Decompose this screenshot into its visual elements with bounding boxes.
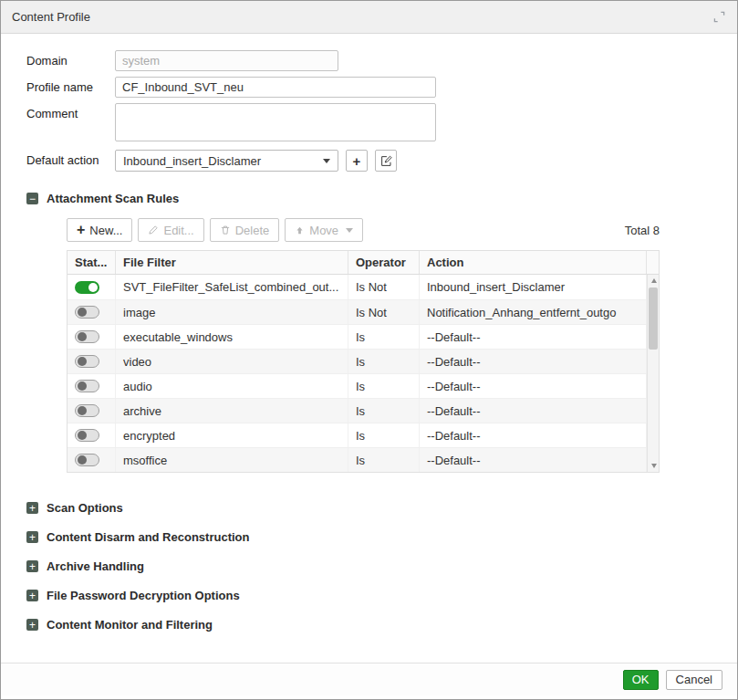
table-row[interactable]: executable_windowsIs--Default-- bbox=[68, 324, 647, 349]
status-toggle[interactable] bbox=[75, 429, 99, 442]
file-filter-cell: SVT_FileFilter_SafeList_combined_out... bbox=[116, 275, 348, 299]
column-header-status[interactable]: Stat... bbox=[68, 251, 116, 274]
section-label: Content Disarm and Reconstruction bbox=[47, 530, 249, 544]
new-button[interactable]: New... bbox=[67, 218, 132, 242]
section-attachment-scan-rules[interactable]: Attachment Scan Rules bbox=[26, 192, 712, 205]
move-button[interactable]: Move bbox=[285, 218, 363, 242]
column-header-file-filter[interactable]: File Filter bbox=[116, 251, 348, 274]
section-archive-handling[interactable]: Archive Handling bbox=[26, 559, 712, 573]
file-filter-cell: msoffice bbox=[116, 448, 348, 472]
collapse-icon[interactable] bbox=[26, 193, 38, 204]
ok-button[interactable]: OK bbox=[623, 670, 659, 690]
move-button-label: Move bbox=[309, 224, 338, 237]
expand-plus-icon[interactable] bbox=[26, 560, 38, 572]
status-cell bbox=[68, 423, 116, 447]
edit-button[interactable]: Edit... bbox=[138, 218, 203, 242]
operator-cell: Is Not bbox=[348, 275, 420, 299]
default-action-value: Inbound_insert_Disclamer bbox=[123, 154, 323, 168]
operator-cell: Is bbox=[348, 350, 420, 373]
rules-toolbar: New... Edit... Delete bbox=[67, 218, 660, 242]
operator-cell: Is bbox=[348, 399, 420, 423]
section-file-password-decryption[interactable]: File Password Decryption Options bbox=[26, 589, 712, 602]
status-toggle[interactable] bbox=[75, 355, 99, 368]
dialog-titlebar: Content Profile bbox=[1, 1, 737, 34]
section-content-disarm[interactable]: Content Disarm and Reconstruction bbox=[26, 530, 712, 544]
move-up-icon bbox=[295, 225, 305, 235]
operator-cell: Is bbox=[348, 325, 420, 349]
plus-icon bbox=[77, 223, 85, 237]
domain-label: Domain bbox=[26, 50, 115, 68]
status-toggle[interactable] bbox=[75, 330, 99, 343]
status-cell bbox=[68, 399, 116, 423]
table-scrollbar[interactable] bbox=[647, 275, 659, 472]
expand-plus-icon[interactable] bbox=[26, 531, 38, 543]
add-action-button[interactable]: + bbox=[346, 150, 368, 172]
table-row[interactable]: imageIs NotNotification_Anhang_entfernt_… bbox=[68, 299, 647, 324]
content-profile-dialog: Content Profile Domain Profile name Comm… bbox=[0, 0, 738, 700]
file-filter-cell: image bbox=[116, 300, 348, 324]
table-row[interactable]: encryptedIs--Default-- bbox=[68, 423, 647, 447]
total-count: Total 8 bbox=[625, 224, 660, 237]
status-cell bbox=[68, 374, 116, 398]
status-cell bbox=[68, 325, 116, 349]
table-row[interactable]: audioIs--Default-- bbox=[68, 373, 647, 398]
expand-icon[interactable] bbox=[712, 10, 726, 25]
file-filter-cell: audio bbox=[116, 374, 348, 398]
status-toggle[interactable] bbox=[75, 404, 99, 417]
status-cell bbox=[68, 448, 116, 472]
collapsed-sections: Scan Options Content Disarm and Reconstr… bbox=[26, 501, 712, 632]
section-content-monitor[interactable]: Content Monitor and Filtering bbox=[26, 618, 712, 632]
status-toggle[interactable] bbox=[75, 380, 99, 392]
chevron-down-icon bbox=[346, 228, 353, 233]
rules-table-header: Stat... File Filter Operator Action bbox=[68, 251, 659, 275]
scrollbar-thumb[interactable] bbox=[649, 287, 658, 350]
action-cell: --Default-- bbox=[420, 399, 647, 423]
table-row[interactable]: archiveIs--Default-- bbox=[68, 398, 647, 423]
table-row[interactable]: videoIs--Default-- bbox=[68, 349, 647, 373]
default-action-label: Default action bbox=[26, 150, 115, 167]
operator-cell: Is bbox=[348, 448, 420, 472]
section-scan-options[interactable]: Scan Options bbox=[26, 501, 712, 515]
action-cell: --Default-- bbox=[420, 374, 647, 398]
status-toggle[interactable] bbox=[75, 306, 99, 319]
edit-button-label: Edit... bbox=[163, 224, 193, 237]
status-toggle[interactable] bbox=[75, 454, 99, 466]
profile-form: Domain Profile name Comment Default acti… bbox=[26, 50, 712, 172]
chevron-down-icon bbox=[323, 159, 330, 163]
cancel-button[interactable]: Cancel bbox=[666, 670, 722, 690]
default-action-select[interactable]: Inbound_insert_Disclamer bbox=[115, 150, 338, 172]
table-row[interactable]: msofficeIs--Default-- bbox=[68, 447, 647, 472]
action-cell: --Default-- bbox=[420, 325, 647, 349]
action-cell: Inbound_insert_Disclamer bbox=[420, 275, 647, 299]
new-button-label: New... bbox=[89, 224, 122, 237]
scroll-up-icon[interactable] bbox=[648, 275, 660, 287]
action-cell: --Default-- bbox=[420, 423, 647, 447]
file-filter-cell: encrypted bbox=[116, 423, 348, 447]
expand-plus-icon[interactable] bbox=[26, 502, 38, 514]
edit-icon bbox=[380, 155, 392, 167]
default-action-row: Inbound_insert_Disclamer + bbox=[115, 150, 712, 172]
domain-input[interactable] bbox=[115, 50, 338, 71]
trash-icon bbox=[220, 225, 231, 235]
attachment-rules-panel: New... Edit... Delete bbox=[67, 218, 660, 473]
action-cell: --Default-- bbox=[420, 350, 647, 373]
comment-input[interactable] bbox=[115, 103, 436, 141]
file-filter-cell: video bbox=[116, 350, 348, 373]
expand-plus-icon[interactable] bbox=[26, 590, 38, 601]
delete-button[interactable]: Delete bbox=[210, 218, 280, 242]
action-cell: --Default-- bbox=[420, 448, 647, 472]
status-toggle[interactable] bbox=[75, 281, 99, 294]
expand-plus-icon[interactable] bbox=[26, 619, 38, 631]
edit-action-button[interactable] bbox=[375, 150, 397, 172]
dialog-title: Content Profile bbox=[12, 10, 90, 24]
scroll-down-icon[interactable] bbox=[648, 460, 660, 472]
file-filter-cell: executable_windows bbox=[116, 325, 348, 349]
column-header-operator[interactable]: Operator bbox=[348, 251, 420, 274]
profile-name-input[interactable] bbox=[115, 77, 436, 98]
section-label: File Password Decryption Options bbox=[47, 589, 240, 602]
operator-cell: Is Not bbox=[348, 300, 420, 324]
operator-cell: Is bbox=[348, 423, 420, 447]
file-filter-cell: archive bbox=[116, 399, 348, 423]
column-header-action[interactable]: Action bbox=[420, 251, 647, 274]
table-row[interactable]: SVT_FileFilter_SafeList_combined_out...I… bbox=[68, 275, 647, 299]
